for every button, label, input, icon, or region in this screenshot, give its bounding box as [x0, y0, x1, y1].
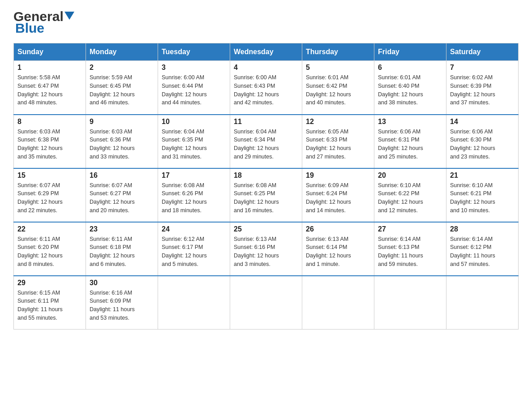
calendar-cell: 1Sunrise: 5:58 AMSunset: 6:47 PMDaylight… — [14, 61, 86, 115]
calendar-cell — [302, 276, 374, 330]
weekday-header-wednesday: Wednesday — [230, 43, 302, 61]
calendar-cell: 27Sunrise: 6:14 AMSunset: 6:13 PMDayligh… — [374, 222, 446, 276]
calendar-cell: 18Sunrise: 6:08 AMSunset: 6:25 PMDayligh… — [230, 168, 302, 222]
logo-blue: Blue — [15, 21, 44, 36]
day-info: Sunrise: 6:13 AMSunset: 6:16 PMDaylight:… — [234, 235, 298, 269]
calendar-cell: 23Sunrise: 6:11 AMSunset: 6:18 PMDayligh… — [86, 222, 158, 276]
day-number: 22 — [17, 225, 82, 233]
weekday-header-friday: Friday — [374, 43, 446, 61]
day-number: 16 — [90, 171, 154, 180]
weekday-header-thursday: Thursday — [302, 43, 374, 61]
day-info: Sunrise: 6:08 AMSunset: 6:26 PMDaylight:… — [162, 181, 226, 215]
day-info: Sunrise: 5:59 AMSunset: 6:45 PMDaylight:… — [90, 73, 154, 107]
calendar-week-1: 1Sunrise: 5:58 AMSunset: 6:47 PMDaylight… — [14, 61, 519, 115]
calendar-cell: 4Sunrise: 6:00 AMSunset: 6:43 PMDaylight… — [230, 61, 302, 115]
day-info: Sunrise: 6:09 AMSunset: 6:24 PMDaylight:… — [306, 181, 370, 215]
day-number: 10 — [162, 118, 226, 126]
day-info: Sunrise: 5:58 AMSunset: 6:47 PMDaylight:… — [17, 73, 82, 107]
day-number: 14 — [450, 118, 515, 126]
day-number: 1 — [17, 64, 82, 72]
day-info: Sunrise: 6:15 AMSunset: 6:11 PMDaylight:… — [17, 289, 82, 322]
calendar-cell: 12Sunrise: 6:05 AMSunset: 6:33 PMDayligh… — [302, 115, 374, 168]
calendar-cell: 17Sunrise: 6:08 AMSunset: 6:26 PMDayligh… — [158, 168, 230, 222]
day-number: 20 — [378, 171, 442, 180]
calendar-cell: 11Sunrise: 6:04 AMSunset: 6:34 PMDayligh… — [230, 115, 302, 168]
day-number: 21 — [450, 171, 515, 180]
day-number: 3 — [162, 64, 226, 72]
weekday-header-monday: Monday — [86, 43, 158, 61]
weekday-header-saturday: Saturday — [446, 43, 519, 61]
day-number: 11 — [234, 118, 298, 126]
calendar-cell: 15Sunrise: 6:07 AMSunset: 6:29 PMDayligh… — [14, 168, 86, 222]
day-info: Sunrise: 6:07 AMSunset: 6:27 PMDaylight:… — [90, 181, 154, 215]
calendar-cell: 13Sunrise: 6:06 AMSunset: 6:31 PMDayligh… — [374, 115, 446, 168]
day-info: Sunrise: 6:06 AMSunset: 6:30 PMDaylight:… — [450, 128, 515, 161]
calendar-cell: 9Sunrise: 6:03 AMSunset: 6:36 PMDaylight… — [86, 115, 158, 168]
day-info: Sunrise: 6:04 AMSunset: 6:35 PMDaylight:… — [162, 128, 226, 161]
calendar-cell: 28Sunrise: 6:14 AMSunset: 6:12 PMDayligh… — [446, 222, 519, 276]
calendar-cell — [374, 276, 446, 330]
calendar-cell: 7Sunrise: 6:02 AMSunset: 6:39 PMDaylight… — [446, 61, 519, 115]
day-info: Sunrise: 6:10 AMSunset: 6:21 PMDaylight:… — [450, 181, 515, 215]
day-number: 4 — [234, 64, 298, 72]
day-number: 6 — [378, 64, 442, 72]
day-info: Sunrise: 6:07 AMSunset: 6:29 PMDaylight:… — [17, 181, 82, 215]
calendar-cell: 29Sunrise: 6:15 AMSunset: 6:11 PMDayligh… — [14, 276, 86, 330]
calendar-cell — [446, 276, 519, 330]
calendar-cell: 21Sunrise: 6:10 AMSunset: 6:21 PMDayligh… — [446, 168, 519, 222]
day-info: Sunrise: 6:00 AMSunset: 6:43 PMDaylight:… — [234, 73, 298, 107]
calendar-cell: 24Sunrise: 6:12 AMSunset: 6:17 PMDayligh… — [158, 222, 230, 276]
day-number: 29 — [17, 279, 82, 287]
day-number: 13 — [378, 118, 442, 126]
day-info: Sunrise: 6:04 AMSunset: 6:34 PMDaylight:… — [234, 128, 298, 161]
calendar-cell: 25Sunrise: 6:13 AMSunset: 6:16 PMDayligh… — [230, 222, 302, 276]
calendar-cell: 10Sunrise: 6:04 AMSunset: 6:35 PMDayligh… — [158, 115, 230, 168]
calendar-cell — [230, 276, 302, 330]
day-number: 23 — [90, 225, 154, 233]
day-info: Sunrise: 6:01 AMSunset: 6:42 PMDaylight:… — [306, 73, 370, 107]
calendar-cell: 30Sunrise: 6:16 AMSunset: 6:09 PMDayligh… — [86, 276, 158, 330]
day-number: 5 — [306, 64, 370, 72]
day-info: Sunrise: 6:11 AMSunset: 6:20 PMDaylight:… — [17, 235, 82, 269]
svg-marker-0 — [64, 12, 74, 20]
day-number: 27 — [378, 225, 442, 233]
day-number: 19 — [306, 171, 370, 180]
day-number: 12 — [306, 118, 370, 126]
day-info: Sunrise: 6:03 AMSunset: 6:38 PMDaylight:… — [17, 128, 82, 161]
day-info: Sunrise: 6:14 AMSunset: 6:13 PMDaylight:… — [378, 235, 442, 269]
calendar-cell: 2Sunrise: 5:59 AMSunset: 6:45 PMDaylight… — [86, 61, 158, 115]
calendar-cell: 3Sunrise: 6:00 AMSunset: 6:44 PMDaylight… — [158, 61, 230, 115]
calendar-cell — [158, 276, 230, 330]
day-info: Sunrise: 6:06 AMSunset: 6:31 PMDaylight:… — [378, 128, 442, 161]
day-number: 28 — [450, 225, 515, 233]
header: General Blue — [13, 9, 519, 36]
day-number: 17 — [162, 171, 226, 180]
day-info: Sunrise: 6:16 AMSunset: 6:09 PMDaylight:… — [90, 289, 154, 322]
day-number: 18 — [234, 171, 298, 180]
calendar-week-5: 29Sunrise: 6:15 AMSunset: 6:11 PMDayligh… — [14, 276, 519, 330]
day-number: 15 — [17, 171, 82, 180]
calendar-cell: 20Sunrise: 6:10 AMSunset: 6:22 PMDayligh… — [374, 168, 446, 222]
calendar-header-row: SundayMondayTuesdayWednesdayThursdayFrid… — [14, 43, 519, 61]
calendar-cell: 16Sunrise: 6:07 AMSunset: 6:27 PMDayligh… — [86, 168, 158, 222]
day-info: Sunrise: 6:12 AMSunset: 6:17 PMDaylight:… — [162, 235, 226, 269]
day-number: 24 — [162, 225, 226, 233]
day-number: 30 — [90, 279, 154, 287]
logo-triangle-icon — [64, 12, 74, 20]
day-info: Sunrise: 6:10 AMSunset: 6:22 PMDaylight:… — [378, 181, 442, 215]
calendar-week-2: 8Sunrise: 6:03 AMSunset: 6:38 PMDaylight… — [14, 115, 519, 168]
calendar-cell: 22Sunrise: 6:11 AMSunset: 6:20 PMDayligh… — [14, 222, 86, 276]
day-number: 26 — [306, 225, 370, 233]
weekday-header-tuesday: Tuesday — [158, 43, 230, 61]
day-info: Sunrise: 6:13 AMSunset: 6:14 PMDaylight:… — [306, 235, 370, 269]
day-info: Sunrise: 6:14 AMSunset: 6:12 PMDaylight:… — [450, 235, 515, 269]
day-number: 9 — [90, 118, 154, 126]
calendar-cell: 5Sunrise: 6:01 AMSunset: 6:42 PMDaylight… — [302, 61, 374, 115]
calendar-cell: 26Sunrise: 6:13 AMSunset: 6:14 PMDayligh… — [302, 222, 374, 276]
weekday-header-sunday: Sunday — [14, 43, 86, 61]
day-number: 2 — [90, 64, 154, 72]
day-info: Sunrise: 6:02 AMSunset: 6:39 PMDaylight:… — [450, 73, 515, 107]
calendar-cell: 14Sunrise: 6:06 AMSunset: 6:30 PMDayligh… — [446, 115, 519, 168]
day-info: Sunrise: 6:03 AMSunset: 6:36 PMDaylight:… — [90, 128, 154, 161]
calendar-week-4: 22Sunrise: 6:11 AMSunset: 6:20 PMDayligh… — [14, 222, 519, 276]
